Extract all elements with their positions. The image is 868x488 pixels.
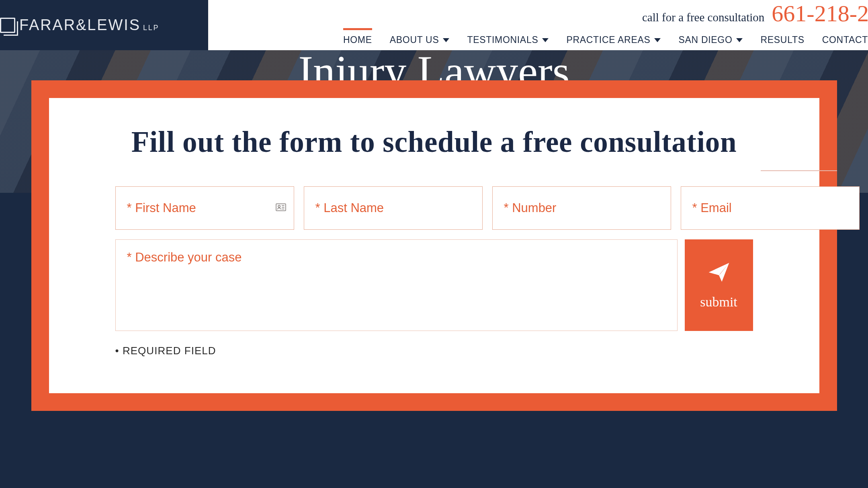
nav-about-us[interactable]: ABOUT US: [390, 31, 450, 45]
nav-label: PRACTICE AREAS: [566, 35, 650, 45]
phone-number[interactable]: 661-218-208: [772, 0, 868, 27]
first-name-wrap: [115, 186, 294, 230]
email-field[interactable]: [681, 186, 860, 230]
nav-label: CONTACT: [822, 35, 868, 45]
nav-label: HOME: [343, 35, 372, 45]
chevron-down-icon: [654, 38, 661, 42]
contact-card-icon: [276, 203, 286, 213]
describe-case-field[interactable]: [115, 239, 678, 331]
nav-label: ABOUT US: [390, 35, 439, 45]
logo-suffix: LLP: [143, 24, 159, 32]
site-header: FARAR&LEWIS LLP call for a free consulta…: [0, 0, 868, 50]
nav-contact[interactable]: CONTACT: [822, 31, 868, 45]
lower-band: [0, 411, 868, 488]
svg-point-1: [278, 206, 280, 208]
chevron-down-icon: [443, 38, 449, 42]
nav-label: RESULTS: [760, 35, 804, 45]
form-row-2: submit: [115, 239, 753, 331]
paper-plane-icon: [707, 261, 731, 287]
logo-mark-icon: [0, 18, 15, 33]
form-title: Fill out the form to schedule a free con…: [115, 126, 753, 158]
nav-label: SAN DIEGO: [678, 35, 732, 45]
chevron-down-icon: [736, 38, 743, 42]
nav-home[interactable]: HOME: [343, 31, 372, 45]
submit-button[interactable]: submit: [685, 239, 753, 331]
last-name-field[interactable]: [304, 186, 483, 230]
nav-practice-areas[interactable]: PRACTICE AREAS: [566, 31, 661, 45]
form-row-1: [115, 186, 753, 230]
chevron-down-icon: [542, 38, 549, 42]
header-right: call for a free consultation 661-218-208…: [208, 0, 868, 50]
nav-san-diego[interactable]: SAN DIEGO: [678, 31, 743, 45]
required-field-note: • REQUIRED FIELD: [115, 345, 753, 357]
first-name-field[interactable]: [115, 186, 294, 230]
main-nav: HOME ABOUT US TESTIMONIALS PRACTICE AREA…: [343, 27, 868, 50]
form-card: Fill out the form to schedule a free con…: [31, 80, 837, 411]
nav-label: TESTIMONIALS: [467, 35, 538, 45]
logo[interactable]: FARAR&LEWIS LLP: [0, 0, 208, 50]
decorative-rule: [761, 170, 837, 171]
nav-results[interactable]: RESULTS: [760, 31, 804, 45]
number-field[interactable]: [492, 186, 671, 230]
consultation-label: call for a free consultation: [642, 11, 764, 24]
nav-testimonials[interactable]: TESTIMONIALS: [467, 31, 549, 45]
form-card-inner: Fill out the form to schedule a free con…: [49, 98, 819, 393]
phone-line: call for a free consultation 661-218-208: [642, 0, 868, 27]
submit-label: submit: [700, 294, 737, 310]
logo-text: FARAR&LEWIS LLP: [19, 16, 159, 34]
logo-main: FARAR&LEWIS: [19, 16, 141, 34]
